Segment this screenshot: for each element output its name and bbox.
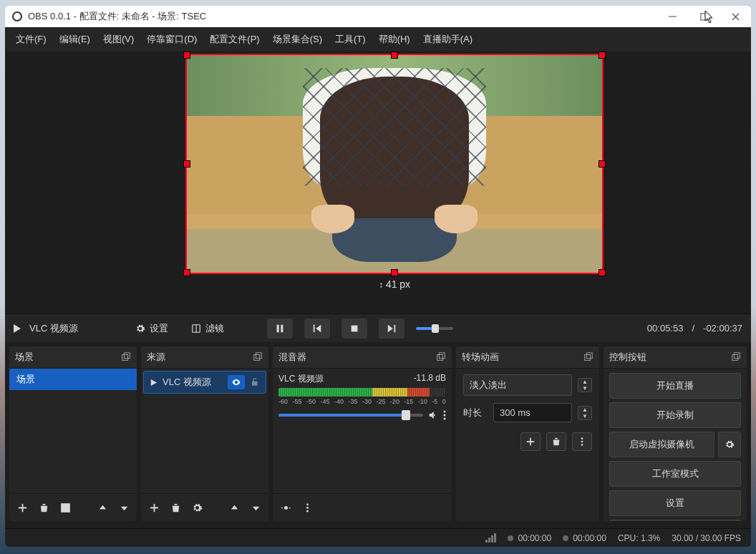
popout-icon[interactable]	[436, 352, 446, 362]
svg-rect-1	[700, 13, 707, 19]
status-bar: 00:00:00 00:00:00 CPU: 1.3% 30.00 / 30.0…	[5, 528, 751, 547]
resize-handle-mid-right[interactable]	[598, 160, 606, 167]
exit-button[interactable]: 退出	[609, 520, 741, 521]
popout-icon[interactable]	[121, 352, 131, 362]
svg-rect-15	[437, 355, 443, 361]
scene-item[interactable]: 场景	[9, 369, 137, 390]
svg-rect-6	[314, 324, 315, 332]
source-settings-button[interactable]: 设置	[130, 319, 174, 338]
source-move-up-button[interactable]	[224, 498, 244, 517]
streaming-timer: 00:00:00	[508, 533, 551, 543]
resize-handle-mid-left[interactable]	[183, 160, 190, 167]
add-scene-button[interactable]	[12, 498, 32, 517]
source-filters-button[interactable]: 滤镜	[185, 319, 230, 338]
source-properties-button[interactable]	[187, 498, 207, 517]
svg-rect-9	[122, 355, 128, 361]
resize-handle-top-left[interactable]	[183, 52, 190, 59]
resize-handle-top-right[interactable]	[598, 52, 606, 59]
resize-handle-bottom-right[interactable]	[598, 269, 606, 276]
unlock-icon[interactable]	[250, 377, 260, 387]
studio-mode-button[interactable]: 工作室模式	[609, 461, 741, 487]
svg-rect-14	[256, 353, 261, 359]
popout-icon[interactable]	[731, 352, 741, 362]
filters-label: 滤镜	[205, 322, 224, 335]
visibility-toggle[interactable]	[228, 375, 245, 389]
sources-title: 来源	[147, 351, 165, 364]
gear-icon	[724, 439, 735, 449]
svg-rect-29	[734, 353, 740, 359]
popout-icon[interactable]	[583, 352, 593, 362]
svg-point-18	[444, 414, 446, 417]
resize-handle-bottom-center[interactable]	[391, 269, 398, 276]
mixer-dock: 混音器 VLC 视频源 -11.8 dB -60-55-50-45-40-35-…	[273, 346, 452, 521]
speaker-icon[interactable]	[427, 409, 439, 421]
add-source-button[interactable]	[144, 498, 164, 517]
svg-rect-4	[277, 324, 279, 332]
settings-button[interactable]: 设置	[609, 490, 741, 516]
svg-rect-28	[732, 355, 738, 361]
close-button[interactable]	[719, 6, 751, 27]
virtual-camera-config-button[interactable]	[718, 432, 741, 457]
previous-button[interactable]	[304, 319, 330, 339]
svg-point-26	[581, 441, 583, 443]
controls-dock: 控制按钮 开始直播 开始录制 启动虚拟摄像机 工作室模式 设置 退出	[604, 346, 747, 521]
mixer-title: 混音器	[278, 351, 306, 364]
start-recording-button[interactable]: 开始录制	[609, 402, 741, 428]
window-titlebar: OBS 0.0.1 - 配置文件: 未命名 - 场景: TSEC	[5, 6, 751, 27]
popout-icon[interactable]	[253, 352, 263, 362]
source-move-down-button[interactable]	[246, 498, 266, 517]
source-toolbar: VLC 视频源 设置 滤镜 00:05:53 / -02:00:37	[5, 314, 751, 342]
source-item[interactable]: VLC 视频源	[143, 371, 266, 394]
mixer-track-name: VLC 视频源	[278, 373, 324, 385]
transition-select[interactable]: 淡入淡出	[463, 374, 572, 396]
time-remaining: -02:00:37	[703, 323, 742, 334]
resize-handle-bottom-left[interactable]	[183, 269, 190, 276]
scenes-list[interactable]: 场景	[9, 369, 137, 493]
scene-move-up-button[interactable]	[92, 498, 112, 517]
pause-button[interactable]	[267, 319, 293, 339]
source-bounding-box[interactable]: 41 px	[185, 54, 604, 274]
menu-help[interactable]: 帮助(H)	[372, 30, 417, 49]
preview-area[interactable]: 41 px	[5, 52, 751, 314]
stop-button[interactable]	[341, 319, 367, 339]
add-transition-button[interactable]	[520, 432, 541, 451]
svg-point-20	[306, 503, 309, 505]
play-icon	[14, 324, 21, 333]
next-button[interactable]	[379, 319, 404, 339]
delete-transition-button[interactable]	[546, 432, 566, 451]
menu-view[interactable]: 视图(V)	[97, 30, 140, 49]
media-volume-slider[interactable]	[416, 327, 453, 330]
transition-spinner[interactable]: ▲▼	[578, 378, 592, 392]
kebab-icon[interactable]	[443, 409, 446, 421]
svg-rect-10	[124, 353, 130, 359]
sources-list[interactable]: VLC 视频源	[141, 369, 268, 493]
menu-dock[interactable]: 停靠窗口(D)	[140, 30, 203, 49]
start-streaming-button[interactable]: 开始直播	[609, 373, 741, 399]
duration-spinner[interactable]: ▲▼	[578, 406, 592, 420]
transition-menu-button[interactable]	[572, 432, 592, 451]
mixer-menu-button[interactable]	[297, 498, 317, 517]
svg-rect-24	[586, 353, 592, 359]
menu-edit[interactable]: 编辑(E)	[53, 30, 97, 49]
svg-point-21	[306, 507, 309, 509]
volume-slider[interactable]	[278, 414, 423, 417]
fps-display: 30.00 / 30.00 FPS	[672, 533, 741, 543]
menu-profiles[interactable]: 配置文件(P)	[203, 30, 266, 49]
menu-file[interactable]: 文件(F)	[9, 30, 53, 49]
resize-handle-top-center[interactable]	[391, 52, 398, 59]
menu-tools[interactable]: 工具(T)	[329, 30, 372, 49]
menu-scene-collection[interactable]: 场景集合(S)	[266, 30, 329, 49]
mixer-advanced-button[interactable]	[276, 498, 296, 517]
scene-move-down-button[interactable]	[114, 498, 134, 517]
maximize-button[interactable]	[688, 6, 719, 27]
scene-filters-button[interactable]	[55, 498, 75, 517]
menu-stream-wizard[interactable]: 直播助手(A)	[417, 30, 479, 49]
virtual-camera-button[interactable]: 启动虚拟摄像机	[609, 432, 714, 457]
delete-source-button[interactable]	[165, 498, 185, 517]
mixer-track: VLC 视频源 -11.8 dB -60-55-50-45-40-35-30-2…	[273, 369, 452, 427]
minimize-button[interactable]	[656, 6, 688, 27]
delete-scene-button[interactable]	[34, 498, 54, 517]
svg-rect-0	[669, 16, 677, 16]
duration-input[interactable]: 300 ms	[493, 403, 572, 422]
menubar: 文件(F) 编辑(E) 视图(V) 停靠窗口(D) 配置文件(P) 场景集合(S…	[5, 27, 751, 52]
